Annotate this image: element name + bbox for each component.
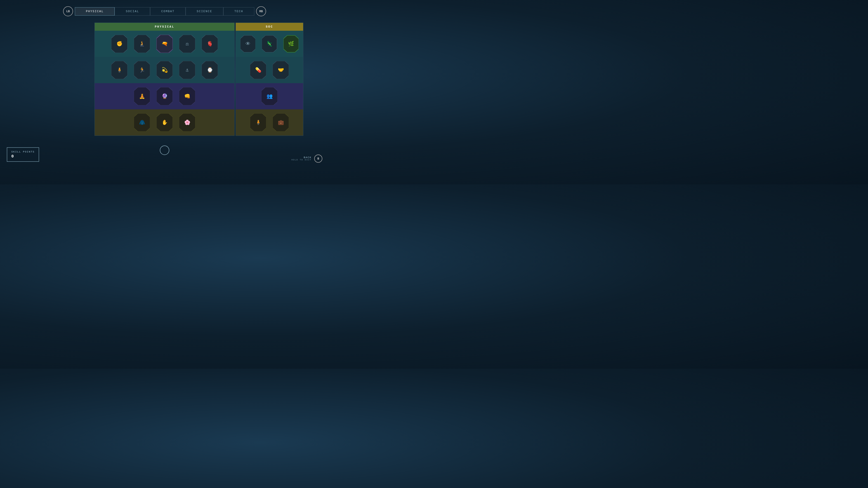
social-skill-briefcase[interactable]: 💼 bbox=[273, 113, 289, 131]
skill-points-label: SKILL POINTS bbox=[11, 151, 35, 153]
skill-cloak[interactable]: 🧥 bbox=[134, 113, 150, 131]
back-text: BACK HOLD TO EXIT bbox=[291, 156, 311, 161]
skill-orb[interactable]: 🔮 bbox=[156, 87, 173, 105]
skill-points-panel: SKILL POINTS 0 bbox=[7, 147, 39, 162]
skill-anchor[interactable]: ⚓ bbox=[179, 61, 195, 79]
skill-punch[interactable]: 👊 bbox=[179, 87, 195, 105]
skill-points-value: 0 bbox=[11, 154, 35, 159]
skill-crouch[interactable]: 🧎 bbox=[134, 35, 150, 53]
skill-balance[interactable]: ⚖ bbox=[179, 35, 195, 53]
social-skill-lizard[interactable]: 🦎 bbox=[262, 35, 277, 53]
tab-tech[interactable]: TECH bbox=[223, 7, 254, 15]
skill-row-1: ✊ 🧎 🔫 ⚖ 🫀 bbox=[95, 31, 235, 57]
physical-panel: PHYSICAL ✊ 🧎 🔫 ⚖ 🫀 🧍 🏃 bbox=[94, 23, 235, 136]
social-panel: SOC 👁 🦎 🌿 💊 🤝 👥 bbox=[236, 23, 303, 136]
social-skill-handshake[interactable]: 🤝 bbox=[273, 61, 289, 79]
tab-physical[interactable]: PHYSICAL bbox=[75, 7, 115, 15]
social-skill-row-2: 💊 🤝 bbox=[236, 57, 303, 83]
skill-hand[interactable]: ✋ bbox=[156, 113, 173, 131]
skill-row-3: 🧘 🔮 👊 bbox=[95, 83, 235, 109]
tab-science[interactable]: SCIENCE bbox=[186, 7, 223, 15]
skill-row-4: 🧥 ✋ 🌸 bbox=[95, 109, 235, 135]
physical-panel-header: PHYSICAL bbox=[95, 23, 235, 31]
social-skill-eye[interactable]: 👁 bbox=[240, 35, 255, 53]
circle-indicator bbox=[160, 145, 169, 155]
social-skill-row-4: 🧍 💼 bbox=[236, 109, 303, 135]
tab-combat[interactable]: COMBAT bbox=[150, 7, 186, 15]
tab-social[interactable]: SOCIAL bbox=[115, 7, 150, 15]
skill-stand[interactable]: 🧍 bbox=[111, 61, 127, 79]
skill-watch[interactable]: ⌚ bbox=[202, 61, 218, 79]
back-area: BACK HOLD TO EXIT B bbox=[291, 155, 322, 163]
top-navigation: LB PHYSICAL SOCIAL COMBAT SCIENCE TECH R… bbox=[63, 6, 266, 16]
skill-flower[interactable]: 🌸 bbox=[179, 113, 195, 131]
social-skill-pill[interactable]: 💊 bbox=[250, 61, 266, 79]
nav-tabs: PHYSICAL SOCIAL COMBAT SCIENCE TECH bbox=[75, 7, 254, 15]
social-skill-person[interactable]: 🧍 bbox=[250, 113, 266, 131]
back-sublabel: HOLD TO EXIT bbox=[291, 159, 311, 161]
skill-heart[interactable]: 🫀 bbox=[202, 35, 218, 53]
skill-spin[interactable]: 💫 bbox=[156, 61, 173, 79]
back-label: BACK bbox=[291, 156, 311, 159]
skill-gun[interactable]: 🔫 bbox=[156, 35, 173, 53]
rb-button[interactable]: RB bbox=[256, 6, 266, 16]
lb-button[interactable]: LB bbox=[63, 6, 73, 16]
skill-run[interactable]: 🏃 bbox=[134, 61, 150, 79]
social-skill-row-3: 👥 bbox=[236, 83, 303, 109]
b-button[interactable]: B bbox=[314, 155, 322, 163]
social-panel-header: SOC bbox=[236, 23, 303, 31]
social-skill-row-1: 👁 🦎 🌿 bbox=[236, 31, 303, 57]
skill-fist[interactable]: ✊ bbox=[111, 35, 127, 53]
skill-meditate[interactable]: 🧘 bbox=[134, 87, 150, 105]
social-skill-leaf[interactable]: 🌿 bbox=[283, 35, 299, 53]
social-skill-group[interactable]: 👥 bbox=[261, 87, 278, 105]
skill-row-2: 🧍 🏃 💫 ⚓ ⌚ bbox=[95, 57, 235, 83]
